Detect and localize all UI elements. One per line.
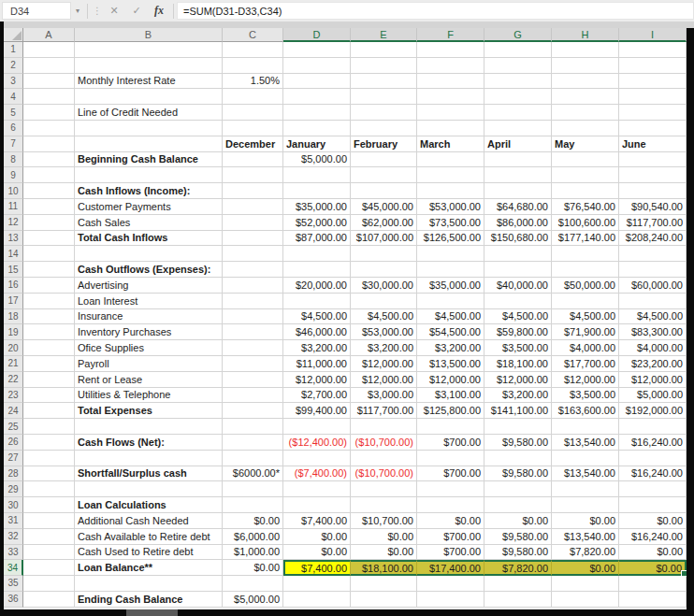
- cell-C6[interactable]: [223, 121, 283, 136]
- cell-C24[interactable]: [223, 403, 283, 419]
- cell-D3[interactable]: [283, 74, 351, 90]
- cell-H35[interactable]: [552, 576, 619, 592]
- cell-I30[interactable]: [619, 497, 687, 513]
- cell-C17[interactable]: [223, 294, 283, 309]
- cell-B33[interactable]: Cash Used to Retire debt: [75, 545, 223, 561]
- cell-B24[interactable]: Total Expenses: [75, 403, 223, 419]
- cell-F35[interactable]: [417, 576, 484, 592]
- cell-B26[interactable]: Cash Flows (Net):: [75, 435, 223, 451]
- cell-E9[interactable]: [351, 167, 417, 183]
- cell-A12[interactable]: [23, 215, 75, 231]
- cell-H27[interactable]: [552, 451, 619, 466]
- cell-I24[interactable]: $192,000.00: [619, 403, 687, 419]
- cell-F34[interactable]: $17,400.00: [417, 560, 484, 576]
- cell-A11[interactable]: [23, 199, 75, 215]
- cell-E33[interactable]: $0.00: [351, 545, 417, 561]
- cell-C4[interactable]: [223, 89, 283, 105]
- cell-F2[interactable]: [417, 58, 484, 74]
- cell-A24[interactable]: [23, 403, 75, 419]
- cell-D15[interactable]: [283, 262, 351, 278]
- cell-A20[interactable]: [23, 340, 75, 356]
- cell-A16[interactable]: [23, 278, 75, 294]
- cell-I14[interactable]: [619, 246, 687, 262]
- cell-G12[interactable]: $86,000.00: [484, 215, 552, 231]
- row-header-6[interactable]: 6: [4, 121, 23, 136]
- cell-H1[interactable]: [552, 42, 619, 58]
- column-header-B[interactable]: B: [75, 28, 223, 42]
- cell-F9[interactable]: [417, 167, 484, 183]
- cell-C32[interactable]: $6,000.00: [223, 529, 283, 545]
- cell-H14[interactable]: [552, 246, 619, 262]
- cell-G19[interactable]: $59,800.00: [484, 324, 552, 340]
- row-header-23[interactable]: 23: [4, 388, 23, 404]
- row-header-16[interactable]: 16: [4, 278, 23, 294]
- cell-F6[interactable]: [417, 121, 484, 136]
- cell-G26[interactable]: $9,580.00: [484, 435, 552, 451]
- row-header-4[interactable]: 4: [4, 89, 23, 105]
- row-header-10[interactable]: 10: [4, 183, 23, 199]
- cell-F16[interactable]: $35,000.00: [417, 278, 484, 294]
- name-box-dropdown-icon[interactable]: ▾: [71, 7, 84, 15]
- cell-G33[interactable]: $9,580.00: [484, 545, 552, 561]
- cell-B7[interactable]: [75, 136, 223, 152]
- cell-H15[interactable]: [552, 262, 619, 278]
- cell-F20[interactable]: $3,200.00: [417, 340, 484, 356]
- cell-H18[interactable]: $4,500.00: [552, 309, 619, 325]
- cell-G36[interactable]: [484, 592, 552, 608]
- cell-H7[interactable]: May: [552, 136, 619, 152]
- column-header-I[interactable]: I: [619, 28, 687, 42]
- cell-D24[interactable]: $99,400.00: [283, 403, 351, 419]
- cell-A21[interactable]: [23, 356, 75, 372]
- cell-I27[interactable]: [619, 451, 687, 466]
- cell-E8[interactable]: [351, 152, 417, 168]
- cell-B14[interactable]: [75, 246, 223, 262]
- cell-I17[interactable]: [619, 294, 687, 309]
- cell-B1[interactable]: [75, 42, 223, 58]
- cell-A3[interactable]: [23, 74, 75, 90]
- cancel-icon[interactable]: ✕: [103, 5, 125, 17]
- cell-A17[interactable]: [23, 294, 75, 309]
- cell-H2[interactable]: [552, 58, 619, 74]
- cell-E30[interactable]: [351, 497, 417, 513]
- cell-B19[interactable]: Inventory Purchases: [75, 324, 223, 340]
- cell-I26[interactable]: $16,240.00: [619, 435, 687, 451]
- cell-B2[interactable]: [75, 58, 223, 74]
- cell-E20[interactable]: $3,200.00: [351, 340, 417, 356]
- row-header-28[interactable]: 28: [4, 466, 23, 482]
- cell-G10[interactable]: [484, 183, 552, 199]
- cell-D21[interactable]: $11,000.00: [283, 356, 351, 372]
- cell-C13[interactable]: [223, 231, 283, 247]
- cell-E32[interactable]: $0.00: [351, 529, 417, 545]
- cell-F21[interactable]: $13,500.00: [417, 356, 484, 372]
- row-header-31[interactable]: 31: [4, 513, 23, 529]
- cell-C33[interactable]: $1,000.00: [223, 545, 283, 561]
- cell-A31[interactable]: [23, 513, 75, 529]
- cell-G21[interactable]: $18,100.00: [484, 356, 552, 372]
- row-header-35[interactable]: 35: [4, 576, 23, 592]
- cell-D28[interactable]: ($7,400.00): [283, 466, 351, 482]
- cell-C15[interactable]: [223, 262, 283, 278]
- cell-D12[interactable]: $52,000.00: [283, 215, 351, 231]
- cell-F36[interactable]: [417, 592, 484, 608]
- cell-C36[interactable]: $5,000.00: [223, 592, 283, 608]
- cell-I2[interactable]: [619, 58, 687, 74]
- cell-C29[interactable]: [223, 481, 283, 497]
- cell-B21[interactable]: Payroll: [75, 356, 223, 372]
- cell-I13[interactable]: $208,240.00: [619, 231, 687, 247]
- cell-D7[interactable]: January: [283, 136, 351, 152]
- cell-B3[interactable]: Monthly Interest Rate: [75, 74, 223, 90]
- cell-I18[interactable]: $4,500.00: [619, 309, 687, 325]
- cell-F7[interactable]: March: [417, 136, 484, 152]
- cell-H36[interactable]: [552, 592, 619, 608]
- row-header-22[interactable]: 22: [4, 372, 23, 388]
- cell-C35[interactable]: [223, 576, 283, 592]
- cell-B6[interactable]: [75, 121, 223, 136]
- column-header-D[interactable]: D: [283, 28, 351, 42]
- cell-E26[interactable]: ($10,700.00): [351, 435, 417, 451]
- column-header-E[interactable]: E: [351, 28, 417, 42]
- cell-I31[interactable]: $0.00: [619, 513, 687, 529]
- cell-E24[interactable]: $117,700.00: [351, 403, 417, 419]
- cell-F24[interactable]: $125,800.00: [417, 403, 484, 419]
- row-header-9[interactable]: 9: [4, 167, 23, 183]
- cell-B16[interactable]: Advertising: [75, 278, 223, 294]
